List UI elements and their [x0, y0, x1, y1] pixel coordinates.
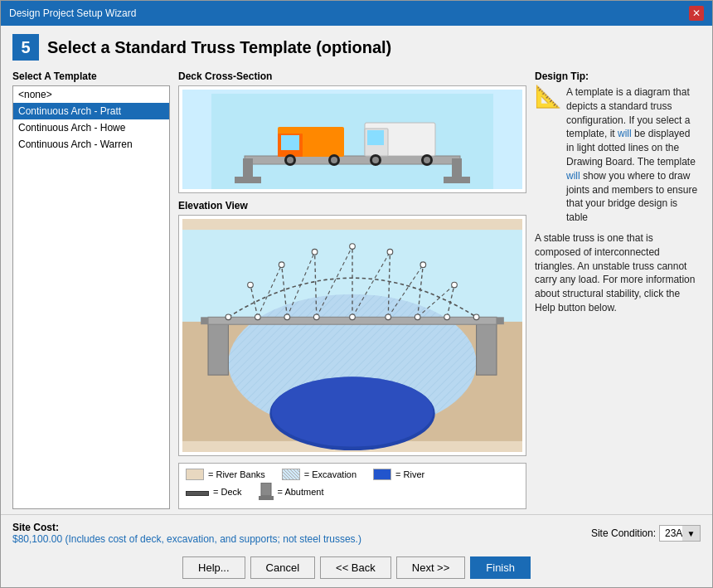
river-label: = River — [395, 469, 424, 479]
dropdown-arrow-icon: ▼ — [682, 525, 701, 542]
svg-point-27 — [271, 377, 433, 446]
content-area: 5 Select a Standard Truss Template (opti… — [1, 26, 712, 514]
legend-row-1: = River Banks = Excavation = River — [186, 469, 519, 480]
site-condition-label: Site Condition: — [591, 527, 656, 539]
svg-point-47 — [255, 314, 261, 320]
design-tip-label: Design Tip: — [535, 70, 701, 82]
deck-section-container — [178, 85, 526, 193]
page-title: Select a Standard Truss Template (option… — [47, 38, 391, 57]
svg-rect-30 — [477, 320, 497, 375]
finish-button[interactable]: Finish — [470, 556, 531, 579]
svg-point-57 — [312, 249, 318, 255]
template-list[interactable]: <none> Continuous Arch - Pratt Continuou… — [12, 85, 170, 509]
svg-point-60 — [420, 262, 426, 268]
deck-swatch — [186, 491, 209, 496]
elevation-section-label: Elevation View — [178, 200, 526, 211]
template-list-label: Select A Template — [12, 70, 170, 82]
river-banks-label: = River Banks — [208, 469, 265, 479]
svg-point-50 — [350, 314, 356, 320]
svg-point-51 — [386, 314, 391, 320]
svg-rect-28 — [208, 320, 228, 375]
left-panel: Select A Template <none> Continuous Arch… — [12, 70, 170, 509]
svg-point-54 — [473, 314, 479, 320]
svg-rect-5 — [444, 177, 470, 183]
site-cost-section: Site Cost: $80,100.00 (Includes cost of … — [12, 522, 361, 545]
template-item-howe[interactable]: Continuous Arch - Howe — [13, 119, 169, 136]
template-item-pratt[interactable]: Continuous Arch - Pratt — [13, 103, 169, 119]
window-title: Design Project Setup Wizard — [9, 7, 136, 19]
svg-point-56 — [279, 262, 284, 268]
svg-point-46 — [226, 314, 231, 320]
svg-rect-62 — [261, 483, 271, 496]
svg-point-48 — [284, 314, 290, 320]
design-tip-text-1: A template is a diagram that depicts a s… — [566, 85, 701, 225]
abutment-icon — [259, 483, 274, 501]
design-tip-icon-row: 📐 A template is a diagram that depicts a… — [535, 85, 701, 225]
deck-cross-section-svg — [211, 94, 493, 189]
svg-rect-0 — [211, 94, 493, 189]
svg-point-19 — [424, 157, 430, 163]
button-bar: Help... Cancel << Back Next >> Finish — [1, 552, 712, 587]
elevation-svg — [182, 219, 522, 452]
back-button[interactable]: << Back — [320, 556, 391, 579]
excavation-swatch — [282, 469, 300, 480]
close-button[interactable]: ✕ — [689, 6, 704, 21]
legend: = River Banks = Excavation = River — [178, 463, 526, 509]
svg-point-61 — [452, 282, 458, 288]
legend-river: = River — [373, 469, 424, 480]
design-tip-body: 📐 A template is a diagram that depicts a… — [535, 85, 701, 315]
elevation-view-block: Elevation View — [178, 200, 526, 456]
site-condition-area: Site Condition: 23A ▼ — [591, 525, 701, 542]
site-condition-dropdown-wrapper[interactable]: 23A ▼ — [659, 525, 701, 542]
deck-canvas — [182, 90, 522, 189]
legend-deck: = Deck — [186, 483, 242, 501]
main-area: Select A Template <none> Continuous Arch… — [12, 70, 701, 509]
excavation-label: = Excavation — [304, 469, 356, 479]
step-badge: 5 — [12, 34, 39, 61]
deck-label: = Deck — [213, 487, 242, 497]
design-tip-icon: 📐 — [535, 85, 561, 107]
svg-rect-15 — [367, 130, 384, 145]
svg-point-12 — [331, 157, 337, 163]
site-cost-value: $80,100.00 (Includes cost of deck, excav… — [12, 533, 361, 545]
design-tip-text-2: A stable truss is one that is composed o… — [535, 231, 701, 315]
template-item-warren[interactable]: Continuous Arch - Warren — [13, 136, 169, 153]
bottom-bar: Site Cost: $80,100.00 (Includes cost of … — [1, 514, 712, 552]
svg-point-49 — [313, 314, 319, 320]
main-window: Design Project Setup Wizard ✕ 5 Select a… — [0, 0, 713, 588]
title-bar: Design Project Setup Wizard ✕ — [1, 1, 712, 26]
svg-point-52 — [415, 314, 420, 320]
legend-abutment: = Abutment — [259, 483, 324, 501]
river-swatch — [373, 469, 391, 480]
cancel-button[interactable]: Cancel — [250, 556, 315, 579]
legend-river-banks: = River Banks — [186, 469, 265, 480]
right-panel: Design Tip: 📐 A template is a diagram th… — [535, 70, 701, 509]
next-button[interactable]: Next >> — [396, 556, 466, 579]
svg-point-59 — [387, 249, 393, 255]
svg-rect-63 — [259, 496, 274, 500]
help-button[interactable]: Help... — [182, 556, 245, 579]
svg-rect-8 — [281, 135, 299, 150]
deck-cross-section-block: Deck Cross-Section — [178, 70, 526, 193]
river-banks-swatch — [186, 469, 204, 480]
template-item-none[interactable]: <none> — [13, 86, 169, 103]
center-panel: Deck Cross-Section — [178, 70, 526, 509]
page-header: 5 Select a Standard Truss Template (opti… — [12, 34, 701, 61]
svg-point-10 — [287, 157, 293, 163]
abutment-label: = Abutment — [278, 487, 324, 497]
svg-point-58 — [350, 244, 356, 250]
site-cost-label: Site Cost: — [12, 522, 361, 533]
legend-row-2: = Deck = Abutment — [186, 483, 519, 501]
elevation-canvas — [182, 219, 522, 452]
svg-point-17 — [372, 157, 379, 163]
svg-rect-3 — [235, 177, 261, 183]
elevation-section-container — [178, 215, 526, 456]
svg-point-53 — [444, 314, 450, 320]
legend-excavation: = Excavation — [282, 469, 356, 480]
deck-section-label: Deck Cross-Section — [178, 70, 526, 82]
svg-point-55 — [248, 282, 254, 288]
